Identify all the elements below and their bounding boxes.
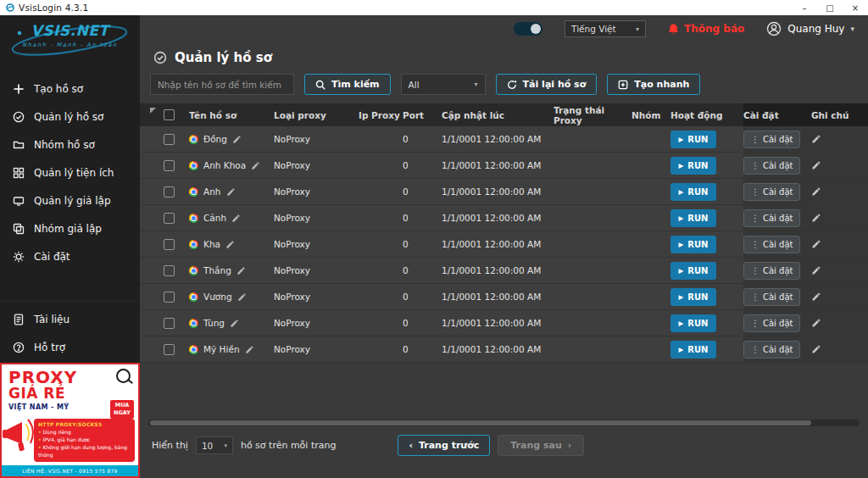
sidebar-item-emulator-groups[interactable]: Nhóm giả lập	[0, 214, 140, 242]
note-edit-icon[interactable]	[811, 239, 821, 249]
sidebar-item-profile-groups[interactable]: Nhóm hồ sơ	[0, 131, 140, 158]
column-proxy-ip[interactable]: Ip Proxy	[359, 103, 403, 126]
column-proxy-status[interactable]: Trạng thái Proxy	[554, 103, 632, 126]
run-button[interactable]: ▶ RUN	[670, 341, 716, 358]
sidebar-item-support[interactable]: Hỗ trợ	[0, 333, 140, 361]
sidebar-item-settings[interactable]: Cài đặt	[0, 242, 140, 270]
row-settings-button[interactable]: ⋮ Cài đặt	[743, 131, 800, 148]
run-button[interactable]: ▶ RUN	[670, 131, 716, 148]
profile-manager-icon	[13, 111, 25, 123]
edit-name-icon[interactable]	[251, 161, 260, 170]
edit-name-icon[interactable]	[237, 292, 247, 302]
run-button[interactable]: ▶ RUN	[670, 209, 716, 227]
note-edit-icon[interactable]	[811, 318, 821, 328]
proxy-ip-cell	[359, 179, 403, 204]
row-checkbox[interactable]	[164, 239, 175, 250]
row-settings-button[interactable]: ⋮ Cài đặt	[743, 236, 800, 253]
sidebar-item-create-profile[interactable]: Tạo hồ sơ	[0, 75, 140, 103]
sort-corner-icon[interactable]	[150, 108, 156, 114]
emulator-group-icon	[13, 223, 25, 235]
proxy-ip-cell	[359, 153, 403, 178]
row-checkbox[interactable]	[164, 160, 175, 171]
edit-name-icon[interactable]	[236, 266, 246, 275]
row-checkbox[interactable]	[164, 318, 175, 329]
proxy-filter-select[interactable]: All ▾	[401, 74, 486, 95]
sidebar-item-docs[interactable]: Tài liệu	[0, 305, 140, 333]
horizontal-scrollbar-thumb[interactable]	[150, 420, 811, 425]
proxy-type-cell: NoProxy	[274, 205, 359, 231]
column-settings[interactable]: Cài đặt	[743, 103, 811, 126]
row-checkbox[interactable]	[164, 292, 175, 303]
sidebar-item-manage-emulators[interactable]: Quản lý giả lập	[0, 186, 140, 214]
column-actions[interactable]: Hoạt động	[670, 103, 743, 126]
port-cell: 0	[403, 258, 442, 283]
column-notes[interactable]: Ghi chú	[811, 103, 868, 126]
note-edit-icon[interactable]	[811, 292, 821, 302]
sidebar-item-manage-extensions[interactable]: Quản lý tiện ích	[0, 158, 140, 186]
theme-toggle[interactable]	[514, 22, 542, 36]
prev-page-button[interactable]: ‹ Trang trước	[398, 435, 490, 456]
user-avatar-icon	[766, 21, 782, 36]
note-edit-icon[interactable]	[811, 186, 821, 197]
column-port[interactable]: Port	[403, 103, 442, 126]
run-button[interactable]: ▶ RUN	[670, 262, 716, 280]
sidebar-item-manage-profiles[interactable]: Quản lý hồ sơ	[0, 103, 140, 131]
proxy-type-cell: NoProxy	[274, 231, 359, 257]
row-checkbox[interactable]	[164, 344, 175, 355]
run-button[interactable]: ▶ RUN	[670, 183, 716, 201]
sidebar-item-label: Quản lý tiện ích	[34, 167, 114, 179]
column-proxy-type[interactable]: Loại proxy	[274, 103, 359, 126]
maximize-button[interactable]: □	[817, 0, 843, 15]
search-button[interactable]: Tìm kiếm	[304, 74, 391, 95]
edit-name-icon[interactable]	[226, 187, 236, 197]
edit-name-icon[interactable]	[231, 214, 241, 223]
row-checkbox[interactable]	[164, 265, 175, 276]
user-menu[interactable]: Quang Huy ▾	[766, 21, 854, 36]
proxy-ip-cell	[359, 284, 403, 309]
chevron-down-icon: ▾	[475, 81, 478, 88]
horizontal-scrollbar[interactable]	[148, 420, 860, 426]
row-settings-button[interactable]: ⋮ Cài đặt	[743, 157, 800, 175]
close-button[interactable]: ×	[843, 0, 868, 15]
reload-profiles-button[interactable]: Tải lại hồ sơ	[496, 74, 598, 95]
run-button[interactable]: ▶ RUN	[670, 157, 716, 175]
row-settings-button[interactable]: ⋮ Cài đặt	[743, 209, 800, 227]
edit-name-icon[interactable]	[232, 135, 242, 144]
language-select[interactable]: Tiếng Việt ▾	[565, 20, 646, 37]
row-checkbox[interactable]	[164, 213, 175, 224]
per-page-select[interactable]: 10 ▾	[196, 436, 233, 454]
group-cell	[632, 258, 670, 283]
row-settings-button[interactable]: ⋮ Cài đặt	[743, 183, 800, 201]
column-group[interactable]: Nhóm	[632, 103, 670, 126]
ad-cta-button[interactable]: MUA NGAY	[110, 400, 134, 419]
row-settings-button[interactable]: ⋮ Cài đặt	[743, 341, 800, 358]
note-edit-icon[interactable]	[811, 344, 821, 354]
column-updated-at[interactable]: Cập nhật lúc	[442, 103, 554, 126]
row-settings-button[interactable]: ⋮ Cài đặt	[743, 288, 800, 306]
row-settings-button[interactable]: ⋮ Cài đặt	[743, 262, 800, 280]
row-settings-button[interactable]: ⋮ Cài đặt	[743, 314, 800, 332]
select-all-checkbox[interactable]	[164, 109, 175, 120]
note-edit-icon[interactable]	[811, 160, 821, 170]
run-button[interactable]: ▶ RUN	[670, 288, 716, 306]
note-edit-icon[interactable]	[811, 213, 821, 223]
play-icon: ▶	[679, 214, 684, 222]
run-button[interactable]: ▶ RUN	[670, 314, 716, 332]
row-checkbox[interactable]	[164, 134, 175, 145]
next-page-button[interactable]: Trang sau ›	[498, 435, 584, 456]
column-profile-name[interactable]: Tên hồ sơ	[189, 103, 274, 126]
note-edit-icon[interactable]	[811, 265, 821, 275]
quick-create-button[interactable]: Tạo nhanh	[607, 74, 700, 95]
minimize-button[interactable]: –	[792, 0, 817, 15]
row-checkbox[interactable]	[164, 186, 175, 197]
run-button[interactable]: ▶ RUN	[670, 236, 716, 253]
notifications-button[interactable]: Thông báo	[668, 23, 744, 36]
edit-name-icon[interactable]	[245, 345, 254, 354]
edit-name-icon[interactable]	[225, 240, 235, 249]
note-edit-icon[interactable]	[811, 134, 821, 144]
proxy-ad-banner[interactable]: PROXY GIÁ RẺ VIỆT NAM - MỸ MUA NGAY HTTP…	[0, 363, 140, 478]
kebab-icon: ⋮	[751, 187, 760, 197]
search-input[interactable]	[150, 74, 294, 95]
sidebar-item-label: Nhóm giả lập	[34, 223, 102, 235]
edit-name-icon[interactable]	[230, 319, 239, 328]
